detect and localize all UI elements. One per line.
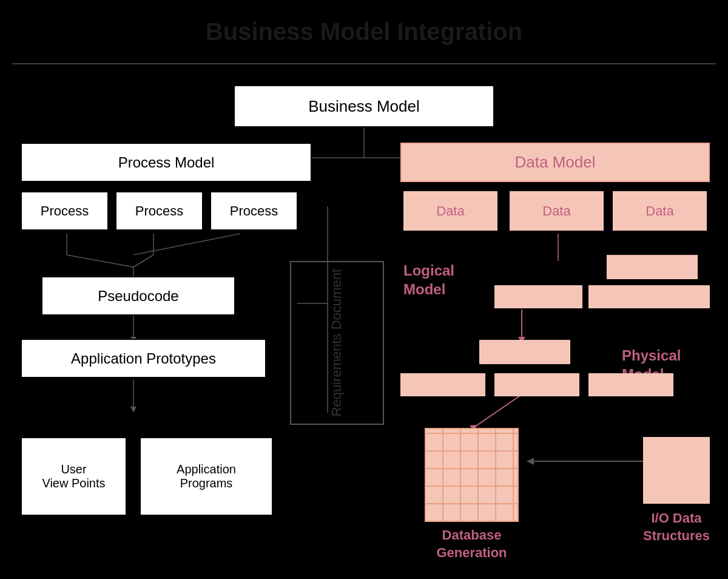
logical-rect-2a [494, 285, 582, 308]
logical-rect-2b [588, 285, 676, 308]
physical-rect-2a [400, 373, 485, 396]
process-box-3: Process [210, 191, 298, 231]
svg-line-9 [133, 255, 153, 267]
physical-rect-2c [588, 373, 673, 396]
data-box-1: Data [403, 191, 497, 231]
app-prototypes-box: Application Prototypes [21, 339, 266, 378]
svg-line-21 [473, 394, 522, 428]
process-model-box: Process Model [21, 143, 312, 182]
user-view-label: User View Points [42, 462, 105, 490]
data-box-3: Data [613, 191, 707, 231]
svg-marker-24 [527, 458, 534, 465]
app-programs-box: Application Programs [140, 437, 273, 516]
process-box-2: Process [115, 191, 203, 231]
business-model-box: Business Model [234, 85, 494, 127]
database-gen-box [425, 428, 519, 522]
requirements-box: Requirements Document [290, 261, 384, 425]
data-model-label: Data Model [515, 153, 596, 172]
pseudocode-box: Pseudocode [41, 276, 235, 316]
app-prototypes-label: Application Prototypes [71, 350, 216, 367]
logical-rect-2c [676, 285, 710, 308]
pseudocode-label: Pseudocode [98, 288, 178, 305]
physical-rect-1 [479, 340, 570, 364]
requirements-label: Requirements Document [328, 269, 346, 416]
svg-line-8 [67, 255, 133, 267]
logical-rect-top [607, 255, 698, 279]
io-box [643, 437, 710, 504]
process-box-1: Process [21, 191, 109, 231]
io-label: I/O Data Structures [631, 510, 722, 544]
data-model-box: Data Model [400, 143, 710, 182]
svg-marker-15 [130, 407, 136, 413]
data-box-2: Data [510, 191, 604, 231]
business-model-label: Business Model [308, 97, 420, 116]
user-view-box: User View Points [21, 437, 127, 516]
logical-model-label: Logical Model [403, 261, 454, 299]
physical-rect-2b [494, 373, 579, 396]
diagram-container: Business Model Integration Business Mode… [0, 0, 728, 579]
app-programs-label: Application Programs [177, 462, 236, 490]
svg-line-7 [133, 234, 240, 255]
process-model-label: Process Model [118, 154, 215, 171]
main-title: Business Model Integration [206, 18, 522, 46]
database-gen-label: Database Generation [413, 527, 531, 561]
